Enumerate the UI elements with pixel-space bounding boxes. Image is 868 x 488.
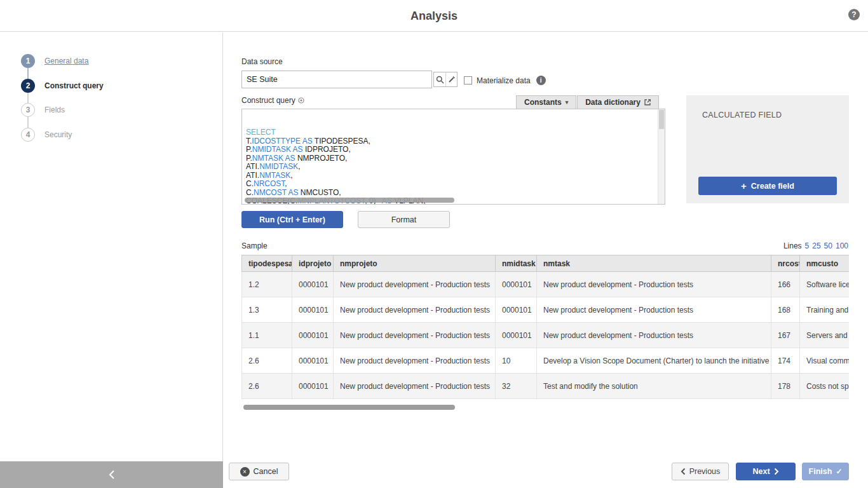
wizard-step-fields: 3 Fields: [21, 103, 65, 117]
finish-button[interactable]: Finish ✓: [802, 463, 849, 480]
table-cell: New product development - Production tes…: [537, 323, 771, 348]
table-cell: 0000101: [292, 348, 334, 374]
lines-options: 52550100: [805, 241, 848, 250]
check-icon: ✓: [836, 467, 842, 476]
page-title: Analysis: [0, 10, 868, 23]
chevron-down-icon: ▾: [566, 99, 569, 105]
data-dictionary-label: Data dictionary: [585, 98, 641, 107]
table-cell: Develop a Vision Scope Document (Charter…: [537, 348, 771, 374]
column-header-nrcost[interactable]: nrcost: [771, 255, 800, 272]
code-line: C.NRCOST,: [246, 180, 661, 189]
run-button[interactable]: Run (Ctrl + Enter): [241, 211, 343, 228]
column-header-nmprojeto[interactable]: nmprojeto: [334, 255, 496, 272]
table-horizontal-scrollbar[interactable]: [243, 405, 455, 410]
table-cell: Servers and e: [800, 323, 850, 348]
table-cell: New product development - Production tes…: [334, 323, 496, 348]
code-line: P.NMTASK AS NMPROJETO,: [246, 154, 661, 163]
table-cell: New product development - Production tes…: [334, 374, 496, 399]
format-button-label: Format: [391, 215, 417, 224]
plus-icon: +: [741, 181, 747, 191]
cancel-button[interactable]: × Cancel: [229, 463, 289, 480]
lines-option-25[interactable]: 25: [812, 241, 820, 250]
step-label-general-data[interactable]: General data: [44, 57, 88, 65]
table-cell: 0000101: [292, 323, 334, 348]
table-row: 2.60000101New product development - Prod…: [242, 348, 850, 374]
table-row: 1.10000101New product development - Prod…: [242, 323, 850, 348]
lines-label: Lines: [783, 241, 802, 250]
finish-label: Finish: [809, 467, 832, 476]
column-header-nmtask[interactable]: nmtask: [537, 255, 771, 272]
info-icon[interactable]: i: [536, 76, 546, 85]
search-icon[interactable]: [434, 72, 445, 86]
column-header-idprojeto[interactable]: idprojeto: [292, 255, 334, 272]
editor-vertical-scrollbar-thumb[interactable]: [659, 110, 664, 129]
next-label: Next: [752, 467, 770, 476]
constants-button[interactable]: Constants ▾: [516, 95, 576, 109]
table-cell: 0000101: [292, 374, 334, 399]
editor-vertical-scrollbar[interactable]: [658, 109, 665, 204]
sidebar-collapse-button[interactable]: [0, 461, 223, 488]
wizard-step-general-data[interactable]: 1 General data: [21, 54, 88, 68]
step-number-badge: 3: [21, 103, 35, 117]
constants-label: Constants: [524, 98, 562, 107]
next-button[interactable]: Next: [736, 463, 796, 480]
code-line: SELECT: [246, 128, 661, 137]
column-header-nmcusto[interactable]: nmcusto: [800, 255, 850, 272]
table-cell: Test and modify the solution: [537, 374, 771, 399]
lines-option-100[interactable]: 100: [836, 241, 848, 250]
table-cell: 0000101: [496, 323, 537, 348]
table-cell: New product development - Production tes…: [334, 297, 496, 323]
table-cell: 1.2: [242, 272, 292, 297]
table-cell: Software lice: [800, 272, 850, 297]
editor-horizontal-scrollbar[interactable]: [245, 198, 454, 203]
table-cell: 178: [771, 374, 800, 399]
data-source-icon-group: [433, 72, 458, 87]
run-button-label: Run (Ctrl + Enter): [259, 215, 325, 224]
chevron-left-icon: [108, 470, 115, 480]
table-cell: 2.6: [242, 374, 292, 399]
clear-icon[interactable]: [445, 72, 457, 86]
table-cell: 1.1: [242, 323, 292, 348]
step-number-badge: 2: [21, 79, 35, 93]
step-connector: [27, 93, 29, 103]
table-cell: 0000101: [496, 272, 537, 297]
help-icon[interactable]: ?: [848, 9, 860, 20]
table-cell: New product development - Production tes…: [537, 297, 771, 323]
lines-selector: Lines 52550100: [783, 241, 848, 250]
table-header-row: tipodespesaidprojetonmprojetonmidtasknmt…: [242, 255, 850, 272]
previous-button[interactable]: Previous: [672, 463, 729, 480]
table-cell: 168: [771, 297, 800, 323]
code-line: C.NMCOST AS NMCUSTO,: [246, 189, 661, 198]
data-source-label: Data source: [241, 57, 283, 66]
table-row: 2.60000101New product development - Prod…: [242, 374, 850, 399]
table-cell: Training and s: [800, 297, 850, 323]
format-button[interactable]: Format: [358, 211, 450, 228]
create-field-button[interactable]: + Create field: [698, 177, 837, 195]
lines-option-50[interactable]: 50: [824, 241, 832, 250]
table-cell: 0000101: [496, 297, 537, 323]
column-header-nmidtask[interactable]: nmidtask: [496, 255, 537, 272]
materialize-data-label: Materialize data: [477, 76, 531, 85]
code-line: P.NMIDTASK AS IDPROJETO,: [246, 146, 661, 154]
step-label-construct-query: Construct query: [44, 81, 104, 90]
materialize-data-checkbox[interactable]: [464, 76, 472, 85]
calculated-field-title: CALCULATED FIELD: [686, 95, 849, 119]
lines-option-5[interactable]: 5: [805, 241, 810, 250]
table-cell: 32: [496, 374, 537, 399]
data-dictionary-button[interactable]: Data dictionary: [577, 95, 659, 109]
step-label-fields: Fields: [44, 105, 65, 114]
wizard-step-construct-query[interactable]: 2 Construct query: [21, 79, 104, 93]
step-number-badge: 4: [21, 128, 35, 142]
data-source-input[interactable]: [241, 71, 432, 88]
wizard-sidebar: 1 General data 2 Construct query 3 Field…: [0, 32, 223, 488]
previous-label: Previous: [689, 467, 721, 476]
column-header-tipodespesa[interactable]: tipodespesa: [242, 255, 292, 272]
construct-query-label: Construct query: [241, 96, 295, 105]
query-editor[interactable]: SELECTT.IDCOSTTYPE AS TIPODESPESA,P.NMID…: [241, 109, 665, 205]
table-cell: 166: [771, 272, 800, 297]
query-code: SELECTT.IDCOSTTYPE AS TIPODESPESA,P.NMID…: [246, 128, 661, 205]
code-line: ATI.NMIDTASK,: [246, 163, 661, 172]
step-label-security: Security: [44, 130, 72, 139]
data-source-row: [241, 71, 458, 88]
table-cell: New product development - Production tes…: [537, 272, 771, 297]
